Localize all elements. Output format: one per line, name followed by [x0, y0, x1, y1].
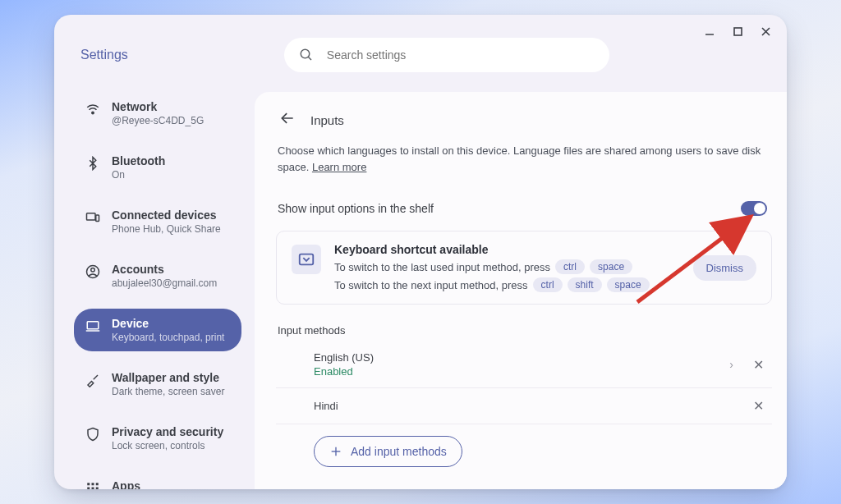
account-icon [85, 264, 100, 279]
remove-input-button[interactable]: ✕ [753, 398, 764, 414]
dismiss-button[interactable]: Dismiss [693, 255, 757, 281]
svg-rect-13 [87, 483, 90, 485]
svg-rect-8 [96, 215, 99, 222]
input-method-name: Hindi [314, 400, 753, 412]
shortcut-card: Keyboard shortcut available To switch to… [276, 231, 772, 305]
nav-title: Accounts [112, 263, 217, 276]
shortcut-line2-text: To switch to the next input method, pres… [334, 279, 528, 291]
nav-sub: On [112, 169, 165, 181]
window-controls [703, 25, 772, 38]
sidebar-item-network[interactable]: Network @Reyee-sC4DD_5G [74, 92, 241, 135]
svg-rect-18 [96, 488, 99, 490]
nav-sub: Keyboard, touchpad, print [112, 332, 224, 343]
install-languages-banner: Choose which languages to install on thi… [276, 143, 772, 186]
input-method-enabled-label: Enabled [314, 365, 729, 378]
sidebar-item-device[interactable]: Device Keyboard, touchpad, print [74, 309, 241, 351]
nav-title: Device [112, 317, 224, 330]
search-input[interactable] [327, 48, 595, 62]
svg-rect-1 [734, 28, 742, 35]
apps-icon [85, 481, 100, 489]
header: Settings [54, 15, 787, 72]
remove-input-button[interactable]: ✕ [753, 357, 764, 373]
add-input-methods-button[interactable]: Add input methods [314, 436, 462, 467]
sidebar-item-privacy[interactable]: Privacy and security Lock screen, contro… [74, 417, 241, 460]
nav-sub: Dark theme, screen saver [112, 386, 224, 397]
svg-rect-11 [87, 322, 99, 329]
close-window-button[interactable] [759, 25, 772, 38]
keyboard-tip-icon [292, 245, 321, 274]
page-title: Inputs [310, 113, 344, 127]
search-icon [299, 48, 314, 62]
sidebar-item-apps[interactable]: Apps Notifications, Google Play [74, 471, 241, 489]
sidebar-item-accounts[interactable]: Accounts abujaleel30@gmail.com [74, 254, 241, 297]
nav-sub: Phone Hub, Quick Share [112, 223, 221, 235]
svg-line-5 [308, 57, 311, 60]
key-chip: ctrl [555, 259, 585, 274]
nav-sub: abujaleel30@gmail.com [112, 277, 217, 289]
learn-more-link[interactable]: Learn more [312, 161, 366, 173]
shortcut-line1-text: To switch to the last used input method,… [334, 261, 550, 273]
key-chip: space [607, 277, 650, 292]
nav-title: Privacy and security [112, 425, 223, 438]
key-chip: space [590, 259, 632, 274]
input-method-name: English (US) [314, 351, 729, 364]
settings-window: Settings Network @Reyee-sC4DD_5G [54, 15, 787, 489]
input-method-row[interactable]: Hindi ✕ [276, 388, 772, 424]
input-method-row[interactable]: English (US) Enabled › ✕ [276, 341, 772, 388]
chevron-right-icon[interactable]: › [729, 358, 733, 371]
shield-icon [85, 427, 100, 442]
app-title: Settings [80, 48, 128, 62]
bluetooth-icon [85, 156, 100, 171]
laptop-icon [85, 318, 100, 333]
minimize-button[interactable] [703, 25, 716, 38]
svg-point-4 [301, 49, 310, 58]
shortcut-card-title: Keyboard shortcut available [334, 243, 680, 256]
sidebar: Network @Reyee-sC4DD_5G Bluetooth On [54, 92, 255, 489]
search-box[interactable] [284, 38, 609, 72]
nav-title: Wallpaper and style [112, 371, 224, 384]
devices-icon [85, 210, 100, 225]
key-chip: shift [568, 277, 602, 292]
key-chip: ctrl [533, 277, 563, 292]
brush-icon [85, 373, 100, 387]
svg-rect-14 [92, 483, 94, 485]
nav-sub: @Reyee-sC4DD_5G [112, 115, 204, 126]
input-methods-label: Input methods [278, 324, 772, 337]
sidebar-item-wallpaper[interactable]: Wallpaper and style Dark theme, screen s… [74, 363, 241, 405]
toggle-label: Show input options in the shelf [278, 202, 434, 215]
nav-title: Connected devices [112, 208, 221, 222]
svg-rect-16 [87, 488, 90, 490]
nav-title: Bluetooth [112, 154, 165, 167]
sidebar-item-connected-devices[interactable]: Connected devices Phone Hub, Quick Share [74, 200, 241, 243]
wifi-icon [85, 102, 100, 117]
show-input-options-toggle[interactable] [741, 201, 767, 216]
back-button[interactable] [279, 110, 296, 130]
svg-rect-7 [87, 213, 96, 220]
content-pane: Inputs Choose which languages to install… [255, 92, 787, 489]
add-input-methods-label: Add input methods [351, 445, 447, 458]
svg-rect-23 [300, 254, 314, 265]
sidebar-item-bluetooth[interactable]: Bluetooth On [74, 146, 241, 189]
nav-sub: Lock screen, controls [112, 440, 223, 451]
nav-title: Apps [112, 479, 224, 489]
nav-title: Network [112, 100, 204, 113]
svg-point-10 [91, 268, 95, 273]
svg-rect-17 [92, 488, 94, 490]
plus-icon [329, 445, 342, 458]
maximize-button[interactable] [731, 25, 744, 38]
svg-point-6 [92, 112, 94, 113]
content-header: Inputs [276, 107, 772, 143]
svg-rect-15 [96, 483, 99, 485]
show-input-options-row: Show input options in the shelf [276, 186, 772, 231]
